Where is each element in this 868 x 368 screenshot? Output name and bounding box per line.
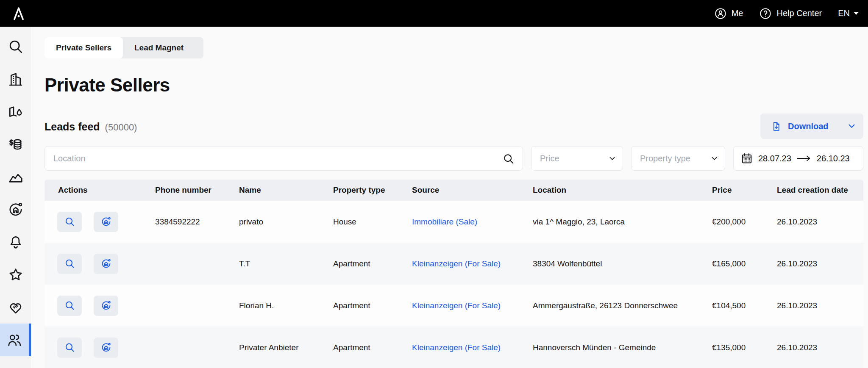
price-filter[interactable]: Price (531, 146, 623, 171)
home-radar-icon (100, 300, 112, 311)
handshake-heart-icon (7, 299, 24, 316)
location-input[interactable] (45, 147, 523, 170)
chevron-down-icon (609, 157, 615, 160)
cell-source-link[interactable]: Kleinanzeigen (For Sale) (412, 259, 533, 268)
user-icon (714, 7, 727, 20)
column-header: Location (533, 185, 712, 195)
column-header: Lead creation date (777, 185, 863, 195)
sidebar-item-buildings[interactable] (0, 63, 31, 95)
cell-actions (45, 296, 155, 316)
cell-price: €165,000 (712, 259, 777, 268)
row-search-button[interactable] (57, 212, 82, 232)
sidebar-item-property-radar[interactable] (0, 193, 31, 226)
row-property-button[interactable] (94, 212, 118, 232)
download-label: Download (788, 122, 829, 131)
star-icon (7, 266, 24, 283)
cell-property-type: Apartment (333, 259, 412, 268)
me-label: Me (732, 8, 743, 18)
row-search-button[interactable] (57, 338, 82, 358)
building-icon (7, 71, 24, 88)
cell-source-link[interactable]: Kleinanzeigen (For Sale) (412, 301, 533, 310)
cell-name: Florian H. (239, 301, 333, 310)
app-logo[interactable] (11, 5, 26, 22)
language-label: EN (838, 8, 850, 18)
cell-property-type: Apartment (333, 301, 412, 310)
home-radar-icon (100, 258, 112, 269)
help-center-link[interactable]: Help Center (759, 7, 822, 20)
cell-source-link[interactable]: Immobiliare (Sale) (412, 217, 533, 227)
row-property-button[interactable] (94, 296, 118, 316)
column-header: Property type (333, 185, 412, 195)
search-icon (64, 300, 75, 311)
cell-price: €135,000 (712, 343, 777, 352)
sidebar-item-partners[interactable] (0, 291, 31, 324)
people-icon (6, 332, 23, 349)
language-selector[interactable]: EN (838, 8, 859, 18)
row-property-button[interactable] (94, 338, 118, 358)
caret-down-icon (854, 12, 859, 15)
topbar: Me Help Center EN (0, 0, 868, 27)
column-header: Phone number (155, 185, 239, 195)
sidebar-item-notifications[interactable] (0, 226, 31, 258)
table-header-row: ActionsPhone numberNameProperty typeSour… (45, 180, 863, 201)
main-content: Private Sellers Lead Magnet Private Sell… (31, 27, 868, 368)
home-radar-icon (100, 342, 112, 353)
cell-actions (45, 212, 155, 232)
arrow-right-icon (796, 155, 812, 162)
cell-location: Ammergaustraße, 26123 Donnerschwee (533, 301, 712, 310)
table-row: 3384592222 privato House Immobiliare (Sa… (45, 201, 863, 243)
property-type-filter-label: Property type (640, 154, 690, 163)
search-icon (64, 342, 75, 353)
sidebar-item-hot-map[interactable] (0, 95, 31, 128)
property-type-filter[interactable]: Property type (631, 146, 725, 171)
search-icon (64, 216, 75, 227)
sidebar (0, 27, 31, 368)
cell-actions (45, 254, 155, 274)
sidebar-item-market-trends[interactable] (0, 160, 31, 193)
cell-source-link[interactable]: Kleinanzeigen (For Sale) (412, 343, 533, 352)
download-file-icon (771, 121, 782, 132)
tab-lead-magnet[interactable]: Lead Magnet (123, 37, 195, 58)
date-from: 28.07.23 (758, 154, 791, 163)
tab-group: Private Sellers Lead Magnet (45, 37, 203, 58)
column-header: Name (239, 185, 333, 195)
cell-date: 26.10.2023 (777, 343, 863, 352)
home-radar-icon (100, 216, 112, 227)
sidebar-item-private-sellers[interactable] (0, 324, 31, 356)
me-menu[interactable]: Me (714, 7, 743, 20)
table-row: T.T Apartment Kleinanzeigen (For Sale) 3… (45, 243, 863, 285)
search-icon (64, 258, 75, 269)
search-icon[interactable] (502, 152, 515, 165)
section-header: Leads feed (50000) (45, 121, 137, 133)
table-row: Florian H. Apartment Kleinanzeigen (For … (45, 285, 863, 326)
location-filter (45, 146, 523, 171)
mountain-chart-icon (7, 169, 24, 185)
coins-icon (7, 136, 24, 153)
topbar-right: Me Help Center EN (714, 7, 859, 20)
download-button[interactable]: Download (760, 113, 863, 139)
cell-name: T.T (239, 259, 333, 268)
row-search-button[interactable] (57, 254, 82, 274)
row-search-button[interactable] (57, 296, 82, 316)
cell-name: Privater Anbieter (239, 343, 333, 352)
row-property-button[interactable] (94, 254, 118, 274)
leads-table: ActionsPhone numberNameProperty typeSour… (45, 180, 863, 368)
date-range-filter[interactable]: 28.07.23 26.10.23 (733, 146, 863, 171)
sidebar-item-favorites[interactable] (0, 258, 31, 291)
cell-price: €200,000 (712, 217, 777, 227)
cell-date: 26.10.2023 (777, 301, 863, 310)
bell-icon (7, 234, 24, 251)
cell-location: Hannoversch Münden - Gemeinde (533, 343, 712, 352)
sidebar-item-pricing[interactable] (0, 128, 31, 160)
column-header: Actions (45, 185, 155, 195)
tab-private-sellers[interactable]: Private Sellers (45, 37, 123, 58)
date-to: 26.10.23 (817, 154, 850, 163)
sidebar-item-search[interactable] (0, 30, 31, 63)
page-title: Private Sellers (45, 75, 170, 96)
cell-actions (45, 338, 155, 358)
table-row: Privater Anbieter Apartment Kleinanzeige… (45, 326, 863, 368)
cell-property-type: Apartment (333, 343, 412, 352)
home-radar-icon (7, 201, 24, 218)
cell-date: 26.10.2023 (777, 259, 863, 268)
column-header: Source (412, 185, 533, 195)
